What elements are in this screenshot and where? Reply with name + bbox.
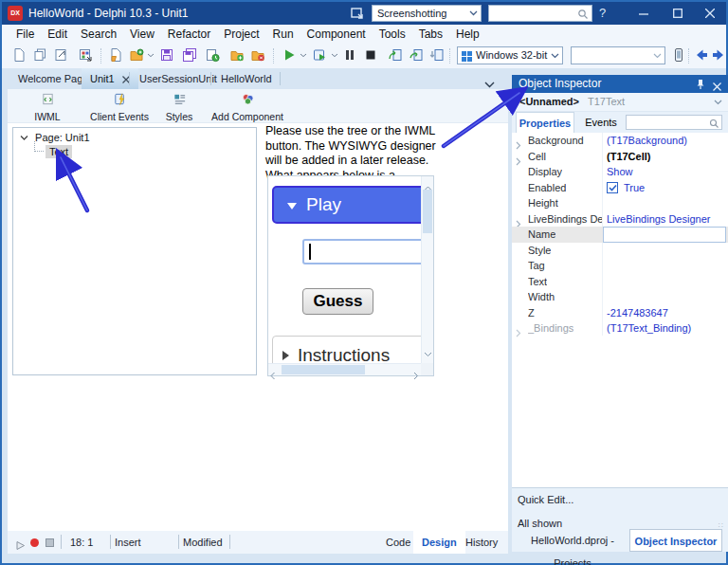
tab-projects[interactable]: HelloWorld.dproj - Projects: [518, 529, 628, 552]
object-inspector-header[interactable]: Object Inspector: [512, 75, 728, 93]
tree-node-page[interactable]: Page: Unit1: [20, 132, 90, 143]
file-history-icon[interactable]: [205, 47, 222, 64]
iwml-button[interactable]: IWML: [23, 92, 72, 120]
preview-vertical-scrollbar[interactable]: [421, 176, 433, 363]
property-grid: Background (T17Background) Cell (T17Cell…: [512, 133, 728, 487]
open-recent-icon[interactable]: [32, 47, 49, 64]
chevron-down-icon: [714, 100, 722, 105]
property-row[interactable]: Tag: [512, 258, 728, 274]
menu-search[interactable]: Search: [74, 25, 123, 44]
trace-into-icon[interactable]: [388, 47, 405, 64]
open-file-icon[interactable]: [108, 47, 125, 64]
maximize-button[interactable]: [662, 2, 694, 25]
menu-refactor[interactable]: Refactor: [161, 25, 217, 44]
program-reset-icon[interactable]: [363, 47, 380, 64]
new-window-icon[interactable]: [53, 47, 70, 64]
property-row[interactable]: Height: [512, 195, 728, 211]
menu-file[interactable]: File: [9, 25, 41, 44]
scrollbar-thumb[interactable]: [282, 365, 365, 374]
tree-node-text[interactable]: Text: [46, 145, 72, 158]
scroll-left-icon[interactable]: [270, 367, 276, 384]
checkbox-checked-icon[interactable]: [607, 182, 618, 193]
navigate-forward-icon[interactable]: [711, 47, 728, 64]
menu-edit[interactable]: Edit: [41, 25, 74, 44]
tab-events[interactable]: Events: [580, 112, 622, 133]
text-caret: [309, 244, 311, 260]
scroll-right-icon[interactable]: [413, 367, 419, 384]
titlebar-search: [488, 5, 592, 22]
search-combo[interactable]: [571, 46, 665, 64]
quick-edit-section: Quick Edit...: [512, 487, 728, 516]
chevron-down-icon: [469, 10, 478, 16]
step-over-icon[interactable]: [409, 47, 426, 64]
property-row[interactable]: Background (T17Background): [512, 133, 728, 149]
open-project-chevron-icon[interactable]: [147, 53, 155, 58]
tab-helloworld[interactable]: HelloWorld: [212, 68, 281, 89]
save-icon[interactable]: [159, 47, 176, 64]
instructions-section-header[interactable]: Instructions: [272, 336, 421, 363]
menu-component[interactable]: Component: [300, 25, 373, 44]
view-tab-history[interactable]: History: [457, 531, 506, 554]
new-items-icon[interactable]: [78, 47, 95, 64]
remove-file-icon[interactable]: [250, 47, 267, 64]
property-row[interactable]: Cell (T17Cell): [512, 149, 728, 165]
modified-indicator: Modified: [183, 537, 223, 548]
open-project-icon[interactable]: [129, 47, 146, 64]
pause-icon[interactable]: [342, 47, 359, 64]
component-selector[interactable]: <Unnamed> T17Text: [512, 93, 728, 112]
scrollbar-thumb[interactable]: [423, 190, 432, 233]
add-component-button[interactable]: Add Component: [207, 92, 288, 120]
menu-tabs[interactable]: Tabs: [412, 25, 449, 44]
play-section-header[interactable]: Play: [272, 186, 421, 224]
chevron-down-icon: [551, 53, 559, 59]
object-inspector-panel: Object Inspector <Unnamed> T17Text Prope…: [512, 75, 728, 552]
tree-collapse-icon[interactable]: [20, 135, 28, 141]
property-row[interactable]: Style: [512, 243, 728, 259]
property-row[interactable]: Width: [512, 289, 728, 305]
scroll-down-icon[interactable]: [424, 344, 432, 361]
minimize-button[interactable]: [628, 2, 660, 25]
menu-tools[interactable]: Tools: [373, 25, 412, 44]
styles-button[interactable]: Styles: [157, 92, 201, 120]
help-button[interactable]: ?: [599, 6, 606, 20]
run-icon[interactable]: [282, 47, 299, 64]
desktop-layout-dropdown[interactable]: Screenshotting: [372, 5, 482, 22]
property-value-editor[interactable]: [603, 227, 726, 243]
run-nodebug-chevron-icon[interactable]: [331, 53, 338, 58]
device-icon[interactable]: [671, 47, 688, 64]
client-events-button[interactable]: Client Events: [85, 92, 154, 120]
target-platform-dropdown[interactable]: Windows 32-bit: [457, 46, 563, 64]
menu-help[interactable]: Help: [449, 25, 486, 44]
property-row[interactable]: _Bindings (T17Text_Binding): [512, 320, 728, 337]
menu-run[interactable]: Run: [266, 25, 300, 44]
property-row[interactable]: LiveBindings Desigr LiveBindings Designe…: [512, 211, 728, 228]
property-search-input[interactable]: [627, 116, 706, 129]
tab-object-inspector[interactable]: Object Inspector: [629, 529, 722, 552]
ide-window: DX HelloWorld - Delphi 10.3 - Unit1 Scre…: [0, 0, 728, 565]
add-file-icon[interactable]: [229, 47, 246, 64]
screenshot-tool-icon[interactable]: [349, 6, 364, 25]
property-row-selected[interactable]: Name: [512, 227, 728, 243]
property-row[interactable]: Display Show: [512, 164, 728, 180]
property-row[interactable]: Text: [512, 274, 728, 290]
property-row[interactable]: Enabled True: [512, 180, 728, 196]
guess-button[interactable]: Guess: [302, 288, 373, 315]
preview-horizontal-scrollbar[interactable]: [268, 363, 421, 375]
menu-project[interactable]: Project: [217, 25, 265, 44]
property-row[interactable]: Z -2147483647: [512, 305, 728, 321]
menu-view[interactable]: View: [123, 25, 161, 44]
expand-chevron-icon[interactable]: [516, 324, 521, 341]
navigate-back-icon[interactable]: [694, 47, 711, 64]
titlebar-search-input[interactable]: [489, 6, 574, 21]
run-until-return-icon[interactable]: [429, 47, 446, 64]
quick-edit-link[interactable]: Quick Edit...: [518, 494, 573, 505]
new-file-icon[interactable]: [11, 47, 28, 64]
save-all-icon[interactable]: [182, 47, 199, 64]
tab-properties[interactable]: Properties: [516, 112, 574, 133]
resize-grip[interactable]: ::: [719, 520, 724, 529]
close-button[interactable]: [694, 2, 726, 25]
run-without-debugging-icon[interactable]: [312, 47, 329, 64]
guess-input[interactable]: [302, 239, 421, 264]
styles-icon: [173, 93, 187, 109]
run-chevron-icon[interactable]: [300, 53, 307, 58]
